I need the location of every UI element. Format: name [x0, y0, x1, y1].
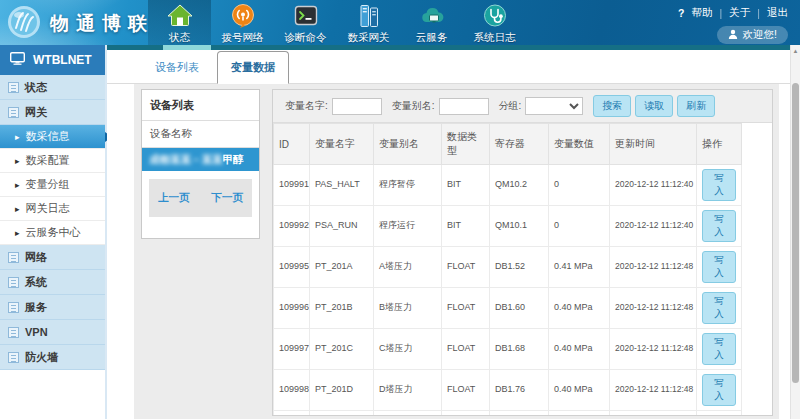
- device-next-page-link[interactable]: 下一页: [212, 191, 244, 205]
- variable-table-panel: 变量名字: 变量别名: 分组: 搜索 读取 刷新 ID变量名字变量别名数据类型寄…: [272, 89, 773, 416]
- variable-alias-input[interactable]: [439, 98, 489, 115]
- column-header: 数据类型: [442, 124, 490, 165]
- sidebar-item-cloud-service-center[interactable]: ▸云服务中心: [0, 221, 105, 245]
- nav-item-system-log[interactable]: 系统日志: [463, 0, 526, 45]
- cell-updated: 2020-12-12 11:12:48: [610, 329, 697, 370]
- stethoscope-icon: [463, 3, 526, 30]
- cell-id: 109999: [274, 411, 310, 417]
- cell-register: DB1.60: [490, 288, 549, 329]
- arrow-right-icon: ▸: [15, 204, 20, 214]
- cell-datatype: FLOAT: [442, 370, 490, 411]
- sidebar-item-service[interactable]: 服务: [0, 295, 105, 320]
- nav-label: 状态: [148, 31, 211, 45]
- column-header: 变量数值: [549, 124, 610, 165]
- cell-value: 0.40 MPa: [549, 329, 610, 370]
- home-icon: [148, 3, 211, 30]
- list-icon: [8, 252, 19, 263]
- sidebar-item-gateway[interactable]: 网关: [0, 100, 105, 125]
- write-button[interactable]: 写入: [702, 169, 736, 201]
- device-name-header: 设备名称: [142, 121, 259, 148]
- cell-updated: 2020-12-12 11:12:40: [610, 206, 697, 247]
- brand-text: WTBLNET: [33, 53, 92, 67]
- cell-alias: 终充调节阀输出: [374, 411, 442, 417]
- sidebar-item-status[interactable]: 状态: [0, 75, 105, 100]
- sidebar-item-firewall[interactable]: 防火墙: [0, 345, 105, 370]
- nav-label: 数采网关: [337, 31, 400, 45]
- device-list-panel: 设备列表 设备名称 成都某某－某某甲醇 上一页 下一页: [141, 89, 260, 239]
- device-name-visible: 甲醇: [223, 153, 244, 167]
- variable-table-body: 109991PAS_HALT程序暂停BITQM10.202020-12-12 1…: [274, 165, 742, 417]
- nav-item-data-gateway[interactable]: 数采网关: [337, 0, 400, 45]
- scrollbar-thumb[interactable]: [792, 83, 799, 383]
- cell-id: 109995: [274, 247, 310, 288]
- column-header: 变量别名: [374, 124, 442, 165]
- content: 设备列表 变量数据 设备列表 设备名称 成都某某－某某甲醇 上一页 下一页 变量…: [107, 45, 800, 419]
- device-pagination: 上一页 下一页: [149, 179, 252, 217]
- cell-updated: 2020-12-12 11:12:48: [610, 247, 697, 288]
- divider: |: [757, 7, 760, 19]
- table-row: 109998PT_201DD塔压力FLOATDB1.760.40 MPa2020…: [274, 370, 742, 411]
- group-select[interactable]: [525, 97, 583, 115]
- tab-variable-data[interactable]: 变量数据: [217, 51, 289, 84]
- sidebar-item-gateway-log[interactable]: ▸网关日志: [0, 197, 105, 221]
- about-link[interactable]: 关于: [729, 6, 750, 20]
- sidebar-item-label: 服务: [25, 300, 47, 315]
- sidebar-item-network[interactable]: 网络: [0, 245, 105, 270]
- write-button[interactable]: 写入: [702, 251, 736, 283]
- write-button[interactable]: 写入: [702, 415, 736, 416]
- write-button[interactable]: 写入: [702, 210, 736, 242]
- cell-alias: B塔压力: [374, 288, 442, 329]
- write-button[interactable]: 写入: [702, 292, 736, 324]
- sidebar-item-vpn[interactable]: VPN: [0, 320, 105, 345]
- read-button[interactable]: 读取: [635, 95, 673, 117]
- table-row: 109992PSA_RUN程序运行BITQM10.102020-12-12 11…: [274, 206, 742, 247]
- logout-link[interactable]: 退出: [767, 6, 788, 20]
- search-button[interactable]: 搜索: [593, 95, 631, 117]
- cell-datatype: BIT: [442, 165, 490, 206]
- help-link[interactable]: 帮助: [692, 6, 713, 20]
- nav-item-status[interactable]: 状态: [148, 0, 211, 45]
- cell-actions: 写入: [697, 165, 742, 206]
- write-button[interactable]: 写入: [702, 374, 736, 406]
- tab-device-list[interactable]: 设备列表: [145, 52, 209, 83]
- refresh-button[interactable]: 刷新: [677, 95, 715, 117]
- variable-alias-label: 变量别名:: [392, 99, 435, 113]
- nav-item-diagnostic-command[interactable]: 诊断命令: [274, 0, 337, 45]
- cell-actions: 写入: [697, 411, 742, 417]
- cloud-icon: [400, 3, 463, 30]
- nav-item-dial-network[interactable]: 拨号网络: [211, 0, 274, 45]
- arrow-right-icon: ▸: [15, 132, 20, 142]
- logo: 物通博联: [6, 4, 154, 44]
- sidebar-item-variable-group[interactable]: ▸变量分组: [0, 173, 105, 197]
- variable-table-header-row: ID变量名字变量别名数据类型寄存器变量数值更新时间操作: [274, 124, 742, 165]
- nav-item-cloud-service[interactable]: 云服务: [400, 0, 463, 45]
- device-prev-page-link[interactable]: 上一页: [158, 191, 190, 205]
- list-icon: [8, 327, 19, 338]
- sidebar-item-label: 云服务中心: [26, 225, 81, 240]
- tabbar: 设备列表 变量数据: [107, 50, 800, 84]
- group-label: 分组:: [499, 99, 522, 113]
- sidebar-item-system[interactable]: 系统: [0, 270, 105, 295]
- divider: |: [720, 7, 723, 19]
- cell-actions: 写入: [697, 370, 742, 411]
- cell-alias: 程序运行: [374, 206, 442, 247]
- sidebar-item-data-collection-config[interactable]: ▸数采配置: [0, 149, 105, 173]
- server-icon: [337, 3, 400, 30]
- cell-actions: 写入: [697, 206, 742, 247]
- help-icon: ?: [678, 7, 684, 19]
- variable-name-input[interactable]: [332, 98, 382, 115]
- vertical-scrollbar[interactable]: ▲: [790, 45, 800, 419]
- sidebar-item-data-collection-info[interactable]: ▸数采信息: [0, 125, 105, 149]
- table-row: 109996PT_201BB塔压力FLOATDB1.600.40 MPa2020…: [274, 288, 742, 329]
- scrollbar-up-arrow[interactable]: ▲: [791, 45, 800, 58]
- welcome-pill[interactable]: 欢迎您!: [717, 26, 788, 44]
- list-icon: [8, 352, 19, 363]
- cell-name: PSA_RUN: [310, 206, 374, 247]
- strip-highlight: [163, 45, 211, 50]
- device-panel-title: 设备列表: [142, 90, 259, 121]
- cell-updated: 2020-12-12 11:12:48: [610, 370, 697, 411]
- cell-alias: C塔压力: [374, 329, 442, 370]
- cell-datatype: FLOAT: [442, 411, 490, 417]
- device-list-item[interactable]: 成都某某－某某甲醇: [142, 148, 259, 171]
- write-button[interactable]: 写入: [702, 333, 736, 365]
